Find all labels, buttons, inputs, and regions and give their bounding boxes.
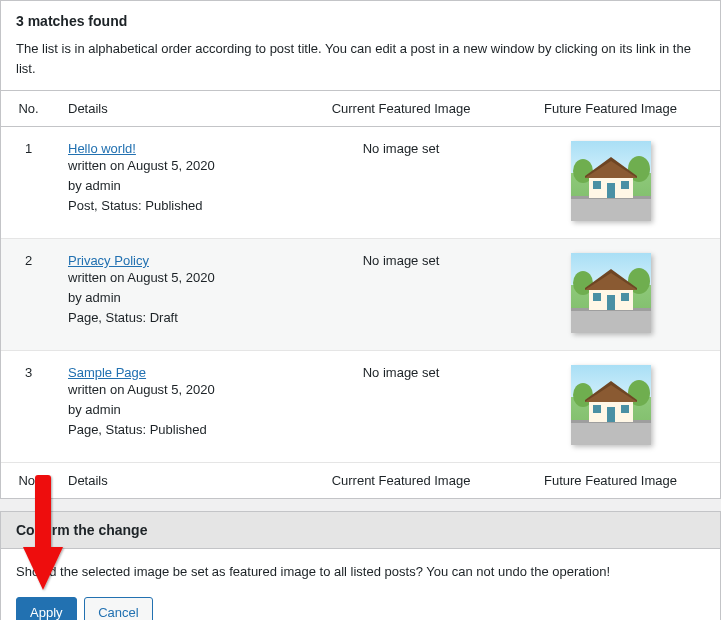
confirm-text: Should the selected image be set as feat… — [16, 564, 705, 579]
row-no: 1 — [1, 127, 56, 239]
matches-box: 3 matches found The list is in alphabeti… — [0, 0, 721, 499]
row-no: 2 — [1, 239, 56, 351]
svg-rect-7 — [607, 183, 615, 198]
row-by: by admin — [68, 176, 289, 196]
col-header-current: Current Featured Image — [301, 91, 501, 127]
matches-table: No. Details Current Featured Image Futur… — [1, 90, 720, 498]
row-written: written on August 5, 2020 — [68, 380, 289, 400]
current-image: No image set — [301, 351, 501, 463]
col-footer-no: No. — [1, 463, 56, 499]
future-image — [501, 239, 720, 351]
house-thumbnail-icon — [571, 141, 651, 221]
svg-rect-9 — [621, 181, 629, 189]
row-meta: Page, Status: Draft — [68, 308, 289, 328]
current-image: No image set — [301, 239, 501, 351]
current-image: No image set — [301, 127, 501, 239]
row-no: 3 — [1, 351, 56, 463]
svg-rect-8 — [593, 181, 601, 189]
col-footer-future: Future Featured Image — [501, 463, 720, 499]
post-link[interactable]: Privacy Policy — [68, 253, 149, 268]
col-header-details: Details — [56, 91, 301, 127]
col-header-no: No. — [1, 91, 56, 127]
post-link[interactable]: Sample Page — [68, 365, 146, 380]
row-written: written on August 5, 2020 — [68, 156, 289, 176]
col-footer-details: Details — [56, 463, 301, 499]
future-image — [501, 127, 720, 239]
svg-rect-20 — [571, 420, 651, 445]
col-header-future: Future Featured Image — [501, 91, 720, 127]
row-written: written on August 5, 2020 — [68, 268, 289, 288]
house-thumbnail-icon — [571, 253, 651, 333]
apply-button[interactable]: Apply — [16, 597, 77, 620]
svg-rect-29 — [621, 405, 629, 413]
cancel-button[interactable]: Cancel — [84, 597, 152, 620]
matches-heading: 3 matches found — [16, 13, 705, 29]
row-meta: Post, Status: Published — [68, 196, 289, 216]
svg-rect-19 — [621, 293, 629, 301]
row-by: by admin — [68, 288, 289, 308]
table-row: 1 Hello world! written on August 5, 2020… — [1, 127, 720, 239]
svg-rect-17 — [607, 295, 615, 310]
col-footer-current: Current Featured Image — [301, 463, 501, 499]
svg-rect-0 — [571, 196, 651, 221]
post-link[interactable]: Hello world! — [68, 141, 136, 156]
confirm-heading: Confirm the change — [1, 512, 720, 549]
row-meta: Page, Status: Published — [68, 420, 289, 440]
svg-rect-27 — [607, 407, 615, 422]
house-thumbnail-icon — [571, 365, 651, 445]
future-image — [501, 351, 720, 463]
svg-rect-28 — [593, 405, 601, 413]
table-row: 3 Sample Page written on August 5, 2020 … — [1, 351, 720, 463]
confirm-box: Confirm the change Should the selected i… — [0, 511, 721, 620]
table-row: 2 Privacy Policy written on August 5, 20… — [1, 239, 720, 351]
svg-rect-18 — [593, 293, 601, 301]
svg-rect-10 — [571, 308, 651, 333]
matches-description: The list is in alphabetical order accord… — [16, 39, 705, 78]
row-by: by admin — [68, 400, 289, 420]
